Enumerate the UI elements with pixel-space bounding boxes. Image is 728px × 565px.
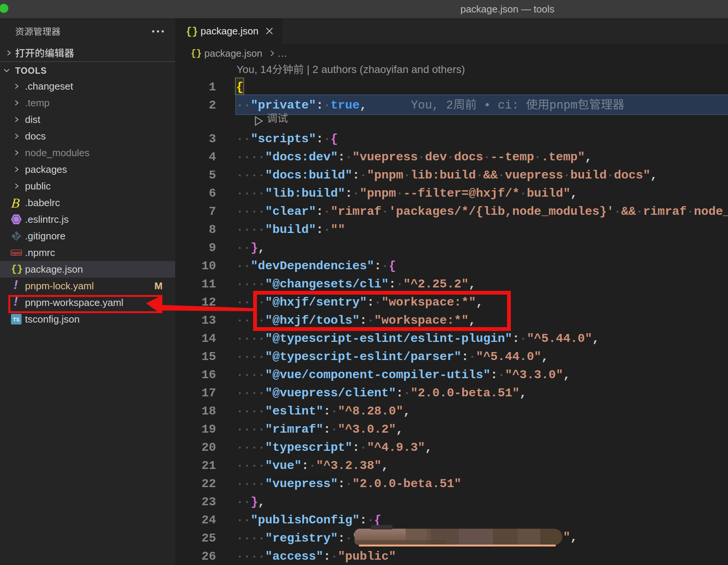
svg-text:TS: TS (13, 317, 20, 323)
svg-text:npm: npm (12, 250, 21, 256)
